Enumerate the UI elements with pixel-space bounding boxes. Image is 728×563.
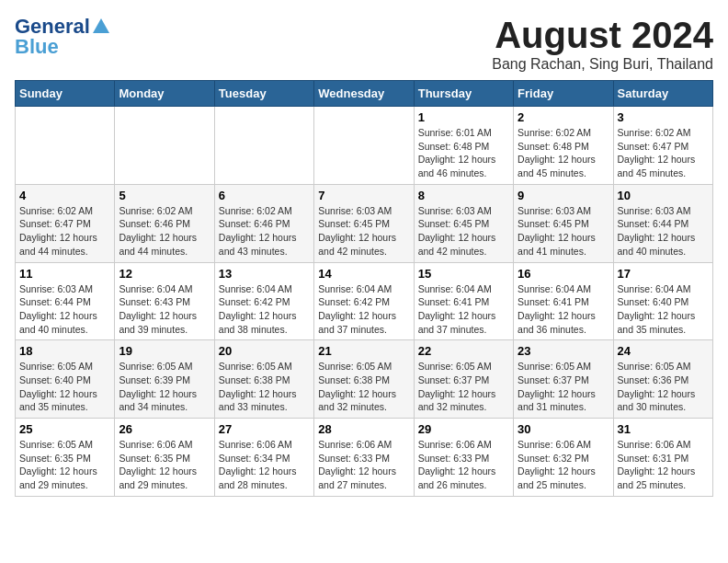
day-number: 20 [219,344,310,358]
day-info: Sunrise: 6:02 AM Sunset: 6:47 PM Dayligh… [618,126,709,180]
day-info: Sunrise: 6:04 AM Sunset: 6:41 PM Dayligh… [518,282,609,337]
calendar-cell: 4Sunrise: 6:02 AM Sunset: 6:47 PM Daylig… [16,184,115,262]
day-number: 11 [19,267,110,281]
location-title: Bang Rachan, Sing Buri, Thailand [492,56,713,73]
day-info: Sunrise: 6:05 AM Sunset: 6:38 PM Dayligh… [219,360,310,414]
day-info: Sunrise: 6:04 AM Sunset: 6:42 PM Dayligh… [318,282,409,337]
calendar-cell: 14Sunrise: 6:04 AM Sunset: 6:42 PM Dayli… [314,262,414,340]
day-info: Sunrise: 6:04 AM Sunset: 6:40 PM Dayligh… [618,282,709,337]
day-number: 16 [518,267,609,281]
calendar-cell [115,107,214,185]
calendar-cell: 15Sunrise: 6:04 AM Sunset: 6:41 PM Dayli… [414,262,513,340]
column-header-friday: Friday [514,81,613,107]
day-info: Sunrise: 6:04 AM Sunset: 6:43 PM Dayligh… [119,282,210,337]
day-info: Sunrise: 6:05 AM Sunset: 6:40 PM Dayligh… [19,360,110,414]
day-number: 1 [418,110,509,124]
day-number: 12 [119,267,210,281]
calendar-cell: 2Sunrise: 6:02 AM Sunset: 6:48 PM Daylig… [514,107,613,185]
day-number: 17 [618,267,709,281]
day-number: 21 [318,344,409,358]
day-info: Sunrise: 6:06 AM Sunset: 6:35 PM Dayligh… [119,438,210,492]
calendar-cell: 31Sunrise: 6:06 AM Sunset: 6:31 PM Dayli… [613,419,712,497]
week-row-5: 25Sunrise: 6:05 AM Sunset: 6:35 PM Dayli… [16,419,713,497]
day-number: 3 [618,110,709,124]
calendar-cell: 22Sunrise: 6:05 AM Sunset: 6:37 PM Dayli… [414,340,513,419]
svg-marker-0 [93,18,109,33]
calendar-cell [214,107,313,185]
calendar-cell: 3Sunrise: 6:02 AM Sunset: 6:47 PM Daylig… [613,107,712,185]
calendar-cell: 10Sunrise: 6:03 AM Sunset: 6:44 PM Dayli… [613,184,712,262]
day-info: Sunrise: 6:03 AM Sunset: 6:44 PM Dayligh… [618,204,709,259]
day-info: Sunrise: 6:02 AM Sunset: 6:48 PM Dayligh… [518,126,609,180]
calendar-cell: 12Sunrise: 6:04 AM Sunset: 6:43 PM Dayli… [115,262,214,340]
calendar-cell: 6Sunrise: 6:02 AM Sunset: 6:46 PM Daylig… [214,184,313,262]
calendar-cell: 5Sunrise: 6:02 AM Sunset: 6:46 PM Daylig… [115,184,214,262]
page-header: General Blue August 2024 Bang Rachan, Si… [15,15,713,73]
day-info: Sunrise: 6:03 AM Sunset: 6:45 PM Dayligh… [318,204,409,259]
day-number: 22 [418,344,509,358]
calendar-cell: 27Sunrise: 6:06 AM Sunset: 6:34 PM Dayli… [214,419,313,497]
day-number: 13 [219,267,310,281]
week-row-1: 1Sunrise: 6:01 AM Sunset: 6:48 PM Daylig… [16,107,713,185]
column-header-monday: Monday [115,81,214,107]
week-row-3: 11Sunrise: 6:03 AM Sunset: 6:44 PM Dayli… [16,262,713,340]
day-number: 29 [418,422,509,436]
calendar-cell: 16Sunrise: 6:04 AM Sunset: 6:41 PM Dayli… [514,262,613,340]
logo: General Blue [15,15,111,59]
day-number: 23 [518,344,609,358]
day-number: 25 [19,422,110,436]
column-header-tuesday: Tuesday [214,81,313,107]
day-number: 8 [418,189,509,202]
week-row-4: 18Sunrise: 6:05 AM Sunset: 6:40 PM Dayli… [16,340,713,419]
day-info: Sunrise: 6:05 AM Sunset: 6:37 PM Dayligh… [418,360,509,414]
calendar-cell: 25Sunrise: 6:05 AM Sunset: 6:35 PM Dayli… [16,419,115,497]
logo-blue: Blue [15,35,59,59]
column-header-saturday: Saturday [613,81,712,107]
calendar-cell: 30Sunrise: 6:06 AM Sunset: 6:32 PM Dayli… [514,419,613,497]
calendar-cell: 20Sunrise: 6:05 AM Sunset: 6:38 PM Dayli… [214,340,313,419]
day-number: 30 [518,422,609,436]
week-row-2: 4Sunrise: 6:02 AM Sunset: 6:47 PM Daylig… [16,184,713,262]
column-header-wednesday: Wednesday [314,81,414,107]
calendar-cell [314,107,414,185]
day-info: Sunrise: 6:06 AM Sunset: 6:32 PM Dayligh… [518,438,609,492]
calendar-cell: 7Sunrise: 6:03 AM Sunset: 6:45 PM Daylig… [314,184,414,262]
calendar-cell: 18Sunrise: 6:05 AM Sunset: 6:40 PM Dayli… [16,340,115,419]
day-info: Sunrise: 6:06 AM Sunset: 6:34 PM Dayligh… [219,438,310,492]
day-info: Sunrise: 6:03 AM Sunset: 6:44 PM Dayligh… [19,282,110,337]
day-number: 9 [518,189,609,202]
calendar-cell: 29Sunrise: 6:06 AM Sunset: 6:33 PM Dayli… [414,419,513,497]
logo-icon [91,17,111,37]
day-number: 31 [618,422,709,436]
day-number: 24 [618,344,709,358]
day-number: 10 [618,189,709,202]
day-number: 18 [19,344,110,358]
calendar-cell: 24Sunrise: 6:05 AM Sunset: 6:36 PM Dayli… [613,340,712,419]
day-info: Sunrise: 6:01 AM Sunset: 6:48 PM Dayligh… [418,126,509,180]
calendar-cell: 17Sunrise: 6:04 AM Sunset: 6:40 PM Dayli… [613,262,712,340]
calendar-cell: 9Sunrise: 6:03 AM Sunset: 6:45 PM Daylig… [514,184,613,262]
day-info: Sunrise: 6:06 AM Sunset: 6:33 PM Dayligh… [418,438,509,492]
day-number: 14 [318,267,409,281]
column-header-sunday: Sunday [16,81,115,107]
day-number: 28 [318,422,409,436]
calendar-cell: 8Sunrise: 6:03 AM Sunset: 6:45 PM Daylig… [414,184,513,262]
day-info: Sunrise: 6:06 AM Sunset: 6:33 PM Dayligh… [318,438,409,492]
calendar-cell: 26Sunrise: 6:06 AM Sunset: 6:35 PM Dayli… [115,419,214,497]
calendar-cell [16,107,115,185]
day-number: 2 [518,110,609,124]
calendar-cell: 23Sunrise: 6:05 AM Sunset: 6:37 PM Dayli… [514,340,613,419]
day-info: Sunrise: 6:04 AM Sunset: 6:41 PM Dayligh… [418,282,509,337]
calendar-cell: 13Sunrise: 6:04 AM Sunset: 6:42 PM Dayli… [214,262,313,340]
day-number: 5 [119,189,210,202]
column-header-thursday: Thursday [414,81,513,107]
day-info: Sunrise: 6:02 AM Sunset: 6:46 PM Dayligh… [119,204,210,259]
day-number: 19 [119,344,210,358]
calendar-cell: 1Sunrise: 6:01 AM Sunset: 6:48 PM Daylig… [414,107,513,185]
title-section: August 2024 Bang Rachan, Sing Buri, Thai… [492,15,713,73]
day-number: 26 [119,422,210,436]
day-info: Sunrise: 6:03 AM Sunset: 6:45 PM Dayligh… [418,204,509,259]
day-info: Sunrise: 6:02 AM Sunset: 6:46 PM Dayligh… [219,204,310,259]
day-number: 27 [219,422,310,436]
day-number: 4 [19,189,110,202]
